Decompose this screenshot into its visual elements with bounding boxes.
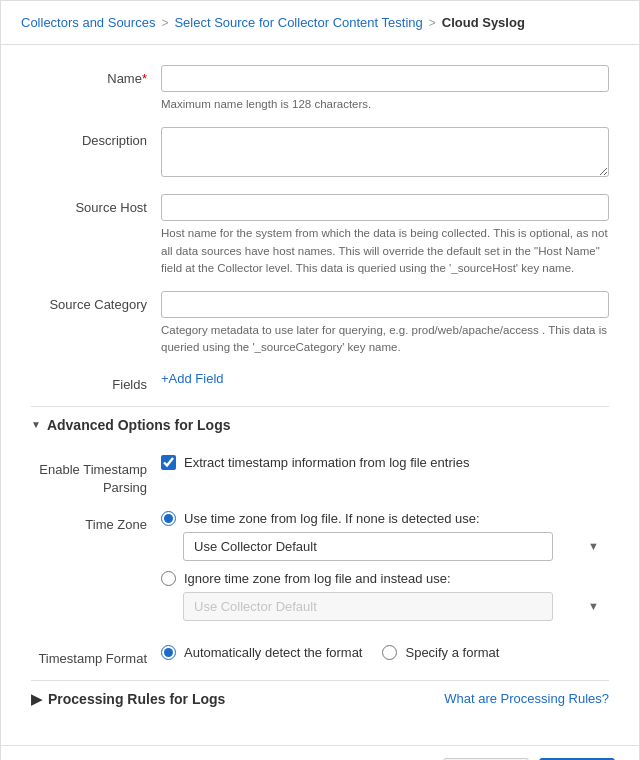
name-row: Name* Maximum name length is 128 charact… [31,65,609,113]
advanced-triangle-icon: ▼ [31,419,41,430]
timezone-select-arrow-icon: ▼ [588,540,599,552]
timezone-select2-wrap: Use Collector Default ▼ [183,592,609,621]
name-input[interactable] [161,65,609,92]
timestamp-format-label: Timestamp Format [31,645,161,666]
form-body: Name* Maximum name length is 128 charact… [1,45,639,760]
name-hint: Maximum name length is 128 characters. [161,96,609,113]
source-host-hint: Host name for the system from which the … [161,225,609,277]
fields-row: Fields +Add Field [31,371,609,392]
description-wrap [161,127,609,180]
enable-timestamp-row: Enable Timestamp Parsing Extract timesta… [31,455,609,497]
description-row: Description [31,127,609,180]
timestamp-format-wrap: Automatically detect the format Specify … [161,645,609,660]
enable-timestamp-wrap: Extract timestamp information from log f… [161,455,609,470]
timezone-wrap: Use time zone from log file. If none is … [161,511,609,631]
enable-timestamp-checkbox[interactable] [161,455,176,470]
fields-wrap: +Add Field [161,371,609,386]
breadcrumb-collectors[interactable]: Collectors and Sources [21,15,155,30]
enable-timestamp-label: Enable Timestamp Parsing [31,455,161,497]
footer: Cancel Save [1,745,639,760]
source-category-label: Source Category [31,291,161,312]
description-input[interactable] [161,127,609,177]
advanced-options-header[interactable]: ▼ Advanced Options for Logs [31,406,609,445]
timezone-label: Time Zone [31,511,161,532]
timestamp-specify-radio[interactable] [382,645,397,660]
source-host-input[interactable] [161,194,609,221]
advanced-options-title: Advanced Options for Logs [47,417,231,433]
source-category-wrap: Category metadata to use later for query… [161,291,609,357]
timestamp-specify-label: Specify a format [405,645,499,660]
what-are-processing-rules-link[interactable]: What are Processing Rules? [444,691,609,706]
processing-rules-left[interactable]: ▶ Processing Rules for Logs [31,691,225,707]
timestamp-format-options: Automatically detect the format Specify … [161,645,609,660]
processing-triangle-icon: ▶ [31,691,42,707]
timezone-option1-row: Use time zone from log file. If none is … [161,511,609,526]
timezone-option1-label: Use time zone from log file. If none is … [184,511,480,526]
source-category-input[interactable] [161,291,609,318]
timestamp-auto-radio[interactable] [161,645,176,660]
fields-label: Fields [31,371,161,392]
timestamp-auto-label: Automatically detect the format [184,645,362,660]
timezone-radio-1[interactable] [161,511,176,526]
processing-rules-header: ▶ Processing Rules for Logs What are Pro… [31,680,609,719]
timezone-option2-label: Ignore time zone from log file and inste… [184,571,451,586]
timezone-option2-row: Ignore time zone from log file and inste… [161,571,609,586]
breadcrumb-sep-1: > [161,16,168,30]
timestamp-format-row: Timestamp Format Automatically detect th… [31,645,609,666]
timezone-select2-arrow-icon: ▼ [588,600,599,612]
breadcrumb-cloud-syslog: Cloud Syslog [442,15,525,30]
source-category-hint: Category metadata to use later for query… [161,322,609,357]
description-label: Description [31,127,161,148]
processing-rules-title: Processing Rules for Logs [48,691,225,707]
timezone-select-2[interactable]: Use Collector Default [183,592,553,621]
page-container: Collectors and Sources > Select Source f… [0,0,640,760]
enable-timestamp-text: Extract timestamp information from log f… [184,455,469,470]
enable-timestamp-checkbox-row: Extract timestamp information from log f… [161,455,609,470]
timezone-select[interactable]: Use Collector Default UTC US/Eastern US/… [183,532,553,561]
timezone-radio-2[interactable] [161,571,176,586]
source-host-wrap: Host name for the system from which the … [161,194,609,277]
name-wrap: Maximum name length is 128 characters. [161,65,609,113]
timestamp-specify-row: Specify a format [382,645,499,660]
breadcrumb: Collectors and Sources > Select Source f… [1,1,639,45]
name-label: Name* [31,65,161,86]
source-host-label: Source Host [31,194,161,215]
breadcrumb-select-source[interactable]: Select Source for Collector Content Test… [174,15,422,30]
timezone-row: Time Zone Use time zone from log file. I… [31,511,609,631]
source-host-row: Source Host Host name for the system fro… [31,194,609,277]
add-field-button[interactable]: +Add Field [161,371,224,386]
timezone-select-wrap: Use Collector Default UTC US/Eastern US/… [183,532,609,561]
breadcrumb-sep-2: > [429,16,436,30]
source-category-row: Source Category Category metadata to use… [31,291,609,357]
timestamp-auto-row: Automatically detect the format [161,645,362,660]
